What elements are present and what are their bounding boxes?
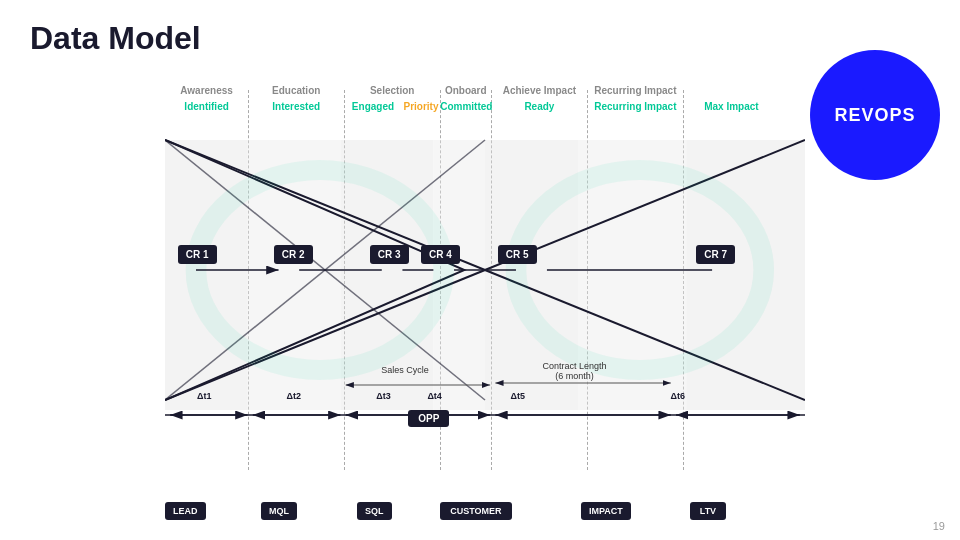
stage-onboard: Onboard [440, 85, 491, 96]
cr2-box: CR 2 [274, 245, 313, 264]
delta-t1: Δt1 [197, 391, 211, 401]
delta-t2: Δt2 [287, 391, 301, 401]
delta-t3: Δt3 [376, 391, 390, 401]
sublabel-max-impact: Max Impact [683, 101, 779, 112]
stage-achieve: Achieve Impact [491, 85, 587, 96]
sublabel-ready: Ready [491, 101, 587, 112]
delta-t5: Δt5 [511, 391, 525, 401]
milestone-lead: LEAD [165, 502, 206, 520]
page-number: 19 [933, 520, 945, 532]
delta-t4: Δt4 [427, 391, 441, 401]
milestone-mql: MQL [261, 502, 297, 520]
funnel-svg [165, 120, 805, 460]
milestone-customer: CUSTOMER [440, 502, 511, 520]
cr7-box: CR 7 [696, 245, 735, 264]
milestone-impact: IMPACT [581, 502, 631, 520]
sublabel-interested: Interested [248, 101, 344, 112]
contract-length-label: Contract Length(6 month) [517, 361, 632, 381]
sublabel-committed: Committed [440, 101, 491, 112]
sublabel-identified: Identified [165, 101, 248, 112]
sales-cycle-label: Sales Cycle [363, 365, 446, 375]
revops-text: REVOPS [834, 105, 915, 126]
cr3-box: CR 3 [370, 245, 409, 264]
milestone-ltv: LTV [690, 502, 726, 520]
stage-awareness: Awareness [165, 85, 248, 96]
sublabel-engaged: Engaged [344, 101, 402, 112]
cr1-box: CR 1 [178, 245, 217, 264]
stage-recurring: Recurring Impact [587, 85, 683, 96]
milestone-sql: SQL [357, 502, 392, 520]
cr5-box: CR 5 [498, 245, 537, 264]
delta-t6: Δt6 [671, 391, 685, 401]
opp-label: OPP [408, 410, 449, 427]
revops-logo: REVOPS [810, 50, 940, 180]
sublabel-recurring-impact: Recurring Impact [587, 101, 683, 112]
cr4-box: CR 4 [421, 245, 460, 264]
sublabel-priority: Priority [402, 101, 440, 112]
stage-education: Education [248, 85, 344, 96]
page-title: Data Model [30, 20, 201, 57]
stage-selection: Selection [344, 85, 440, 96]
